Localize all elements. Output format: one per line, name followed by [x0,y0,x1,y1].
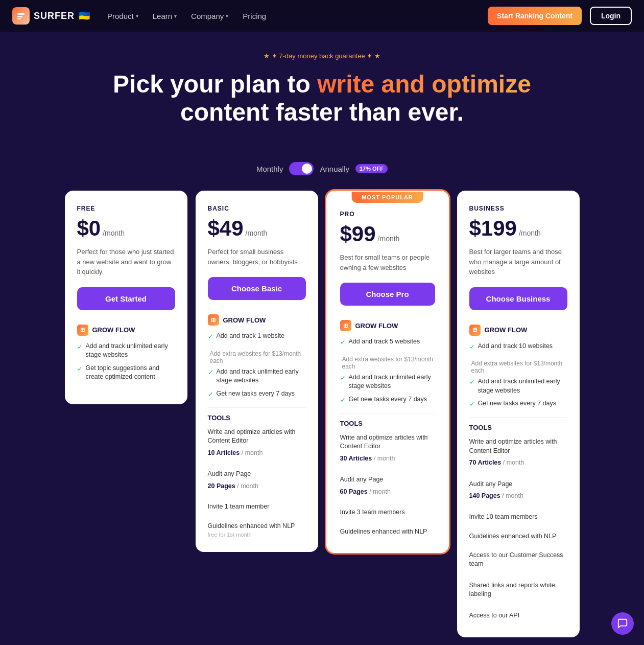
list-item: ✓Add and track 10 websites [469,342,567,352]
sub-note-pro: Add extra websites for $13/month each [342,356,435,370]
plan-tier-free: FREE [77,205,175,212]
grow-flow-icon-business: ⊞ [469,325,481,336]
pages-pro: 60 Pages / month [340,488,435,497]
get-started-button[interactable]: Get Started [77,287,175,310]
list-item: ✓Get topic suggestions and create optimi… [77,364,175,382]
grow-flow-more-basic: ✓Add and track unlimited early stage web… [208,367,306,399]
hero-section: ★ ✦ 7-day money back guarantee ✦ ★ Pick … [0,32,644,147]
logo-icon [12,7,30,25]
editor-business: Write and optimize articles with Content… [469,437,567,455]
plan-free: FREE $0 /month Perfect for those who jus… [65,191,187,404]
plan-price-basic: $49 /month [208,216,306,241]
invite-business: Invite 10 team members [469,513,567,520]
grow-flow-features-free: ✓Add and track unlimited early stage web… [77,342,175,382]
plan-price-free: $0 /month [77,216,175,241]
plan-tier-pro: PRO [340,211,435,218]
tools-pro: Write and optimize articles with Content… [340,433,435,536]
grow-flow-label-free: ⊞ GROW FLOW [77,325,175,336]
tools-label-basic: TOOLS [208,414,306,422]
audit-pro: Audit any Page [340,475,435,485]
choose-basic-button[interactable]: Choose Basic [208,277,306,300]
choose-business-button[interactable]: Choose Business [469,287,567,310]
pricing-grid: FREE $0 /month Perfect for those who jus… [0,191,644,645]
plan-price-pro: $99 /month [340,222,435,246]
svg-rect-1 [17,16,22,17]
annually-label: Annually [320,165,349,173]
logo-text: SURFER [34,11,75,21]
grow-flow-icon-basic: ⊞ [208,314,219,326]
login-button[interactable]: Login [590,7,632,25]
discount-badge: 17% OFF [355,164,388,173]
pages-basic: 20 Pages / month [208,482,306,491]
invite-pro: Invite 3 team members [340,509,435,516]
grow-flow-label-business: ⊞ GROW FLOW [469,325,567,336]
invite-basic: Invite 1 team member [208,503,306,510]
audit-basic: Audit any Page [208,470,306,479]
tools-business: Write and optimize articles with Content… [469,437,567,620]
plan-desc-basic: Perfect for small business owners, blogg… [208,247,306,267]
audit-business: Audit any Page [469,480,567,489]
billing-toggle: Monthly Annually 17% OFF [0,162,644,175]
list-item: ✓Add and track unlimited early stage web… [340,373,435,391]
nlp-note-basic: free for 1st month [208,532,306,538]
choose-pro-button[interactable]: Choose Pro [340,283,435,306]
grow-flow-features-business: ✓Add and track 10 websites [469,342,567,352]
grow-flow-features-basic: ✓Add and track 1 website [208,332,306,341]
grow-flow-icon: ⊞ [77,325,88,336]
grow-flow-label-pro: ⊞ GROW FLOW [340,320,435,331]
extra-1-business: Shared links and reports white labeling [469,581,567,599]
svg-rect-2 [17,18,21,19]
list-item: ✓Add and track unlimited early stage web… [77,342,175,360]
grow-flow-icon-pro: ⊞ [340,320,351,331]
articles-basic: 10 Articles / month [208,449,306,458]
chat-button[interactable] [611,612,634,635]
plan-price-business: $199 /month [469,216,567,241]
nav-product[interactable]: Product ▾ [102,0,144,32]
chevron-down-icon: ▾ [174,13,177,19]
plan-desc-business: Best for larger teams and those who mana… [469,247,567,277]
nlp-business: Guidelines enhanced with NLP [469,533,567,540]
nav-company[interactable]: Company ▾ [186,0,233,32]
list-item: ✓Add and track unlimited early stage web… [208,367,306,385]
articles-business: 70 Articles / month [469,458,567,468]
plan-business: BUSINESS $199 /month Best for larger tea… [457,191,580,637]
list-item: ✓Get new tasks every 7 days [469,399,567,409]
plan-basic: BASIC $49 /month Perfect for small busin… [196,191,318,552]
start-ranking-button[interactable]: Start Ranking Content [488,7,582,25]
extra-2-business: Access to our API [469,611,567,620]
flag-icon: 🇺🇦 [79,10,90,21]
chevron-down-icon: ▾ [226,13,228,19]
sub-note-basic: Add extra websites for $13/month each [210,350,306,364]
tools-label-pro: TOOLS [340,420,435,427]
editor-basic: Write and optimize articles with Content… [208,428,306,446]
list-item: ✓Add and track 5 websites [340,337,435,347]
nlp-pro: Guidelines enhanced with NLP [340,528,435,535]
list-item: ✓Get new tasks every 7 days [208,389,306,399]
extra-0-business: Access to our Customer Success team [469,551,567,569]
toggle-knob [302,164,312,174]
logo[interactable]: SURFER 🇺🇦 [12,7,90,25]
list-item: ✓Add and track unlimited early stage web… [469,377,567,395]
tools-basic: Write and optimize articles with Content… [208,428,306,538]
pages-business: 140 Pages / month [469,492,567,501]
articles-pro: 30 Articles / month [340,454,435,464]
grow-flow-label-basic: ⊞ GROW FLOW [208,314,306,326]
nlp-basic: Guidelines enhanced with NLP [208,522,306,529]
guarantee-text: ★ ✦ 7-day money back guarantee ✦ ★ [10,52,634,60]
svg-rect-0 [17,13,25,15]
popular-badge: MOST POPULAR [351,192,423,203]
grow-flow-features-pro: ✓Add and track 5 websites [340,337,435,347]
tools-label-business: TOOLS [469,424,567,431]
navbar: SURFER 🇺🇦 Product ▾ Learn ▾ Company ▾ Pr… [0,0,644,32]
list-item: ✓Add and track 1 website [208,332,306,341]
monthly-label: Monthly [256,165,283,173]
chevron-down-icon: ▾ [136,13,138,19]
plan-desc-pro: Best for small teams or people owning a … [340,252,435,272]
billing-switch[interactable] [289,162,314,175]
editor-pro: Write and optimize articles with Content… [340,433,435,451]
plan-desc-free: Perfect for those who just started a new… [77,247,175,277]
nav-pricing[interactable]: Pricing [237,0,271,32]
plan-tier-business: BUSINESS [469,205,567,212]
hero-headline: Pick your plan to write and optimize con… [10,70,634,126]
nav-learn[interactable]: Learn ▾ [148,0,182,32]
